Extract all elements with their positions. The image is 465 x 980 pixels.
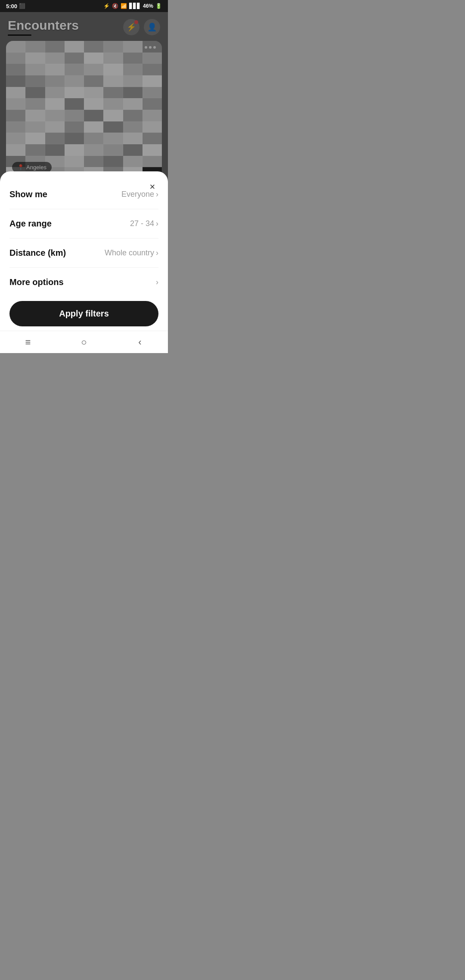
pixel-cell bbox=[65, 133, 84, 144]
pixel-cell bbox=[6, 144, 25, 156]
back-nav-button[interactable]: ‹ bbox=[127, 335, 153, 350]
menu-nav-button[interactable]: ≡ bbox=[15, 335, 41, 350]
pixel-cell bbox=[65, 121, 84, 133]
distance-row[interactable]: Distance (km) Whole country › bbox=[9, 239, 158, 268]
pixel-cell bbox=[25, 41, 45, 53]
pixel-cell bbox=[25, 53, 45, 64]
pixel-cell bbox=[123, 121, 143, 133]
pixel-cell bbox=[143, 144, 162, 156]
location-text: Angeles bbox=[26, 164, 46, 171]
pixel-cell bbox=[65, 87, 84, 99]
pixel-cell bbox=[6, 98, 25, 110]
pixel-cell bbox=[65, 64, 84, 75]
pixel-cell bbox=[123, 87, 143, 99]
pixel-cell bbox=[143, 75, 162, 87]
pixel-cell bbox=[84, 64, 103, 75]
age-range-chevron: › bbox=[156, 219, 158, 228]
profile-card: 📍 Angeles bbox=[6, 41, 162, 179]
pixel-cell bbox=[25, 133, 45, 144]
pixel-cell bbox=[103, 75, 123, 87]
pixel-cell bbox=[6, 87, 25, 99]
pixel-cell bbox=[45, 64, 65, 75]
pixel-cell bbox=[6, 53, 25, 64]
pixel-cell bbox=[84, 41, 103, 53]
pixel-cell bbox=[25, 75, 45, 87]
whole-page: 5:00 ⬛ ⚡ 🔇 📶 ▋▋▋ 46% 🔋 Encounters ⚡ bbox=[0, 0, 168, 353]
distance-chevron: › bbox=[156, 248, 158, 257]
pixel-cell bbox=[45, 110, 65, 121]
more-options-row[interactable]: More options › bbox=[9, 268, 158, 297]
title-underline bbox=[8, 34, 31, 36]
mute-icon: 🔇 bbox=[112, 3, 118, 9]
show-me-row[interactable]: Show me Everyone › bbox=[9, 180, 158, 209]
pixel-cell bbox=[103, 41, 123, 53]
pixel-cell bbox=[65, 144, 84, 156]
pixel-cell bbox=[84, 133, 103, 144]
dot3 bbox=[153, 46, 156, 49]
pixel-cell bbox=[25, 98, 45, 110]
pixel-cell bbox=[65, 156, 84, 167]
pixel-cell bbox=[103, 64, 123, 75]
pixel-cell bbox=[143, 121, 162, 133]
pixel-cell bbox=[6, 110, 25, 121]
profile-icon: 👤 bbox=[147, 22, 157, 32]
apply-filters-button[interactable]: Apply filters bbox=[9, 301, 158, 326]
home-nav-button[interactable]: ○ bbox=[71, 335, 97, 350]
pixel-cell bbox=[45, 53, 65, 64]
more-options-dots[interactable] bbox=[145, 46, 156, 49]
pixel-cell bbox=[6, 64, 25, 75]
pixel-cell bbox=[45, 75, 65, 87]
lightning-button[interactable]: ⚡ bbox=[123, 19, 140, 35]
pixel-cell bbox=[123, 75, 143, 87]
pixel-cell bbox=[45, 144, 65, 156]
pixel-cell bbox=[65, 41, 84, 53]
pixel-cell bbox=[45, 87, 65, 99]
filter-bottom-sheet: × Show me Everyone › Age range 27 - 34 › bbox=[0, 171, 168, 331]
pixel-cell bbox=[84, 98, 103, 110]
pixel-cell bbox=[143, 133, 162, 144]
pixel-cell bbox=[123, 64, 143, 75]
pixel-cell bbox=[25, 64, 45, 75]
pixel-cell bbox=[25, 121, 45, 133]
pixel-cell bbox=[103, 133, 123, 144]
dot2 bbox=[149, 46, 152, 49]
pixel-cell bbox=[123, 41, 143, 53]
more-options-label: More options bbox=[9, 277, 64, 287]
pixel-cell bbox=[103, 121, 123, 133]
pixel-cell bbox=[84, 75, 103, 87]
pixel-cell bbox=[84, 144, 103, 156]
pixel-cell bbox=[6, 41, 25, 53]
pixel-cell bbox=[123, 133, 143, 144]
pixel-cell bbox=[25, 144, 45, 156]
page-title: Encounters bbox=[8, 18, 79, 33]
pixel-cell bbox=[84, 87, 103, 99]
distance-label: Distance (km) bbox=[9, 248, 66, 258]
pixel-cell bbox=[143, 156, 162, 167]
profile-settings-button[interactable]: 👤 bbox=[144, 19, 160, 35]
pixel-cell bbox=[103, 53, 123, 64]
pixel-cell bbox=[45, 121, 65, 133]
pixel-cell bbox=[45, 133, 65, 144]
distance-value: Whole country › bbox=[105, 248, 158, 257]
battery-percent: 46% bbox=[143, 3, 153, 9]
pixel-cell bbox=[84, 110, 103, 121]
pixel-cell bbox=[123, 110, 143, 121]
pixel-cell bbox=[103, 110, 123, 121]
pixel-cell bbox=[123, 144, 143, 156]
pixel-cell bbox=[123, 156, 143, 167]
pixel-cell bbox=[143, 87, 162, 99]
pixel-cell bbox=[84, 121, 103, 133]
time: 5:00 bbox=[6, 3, 17, 9]
pixel-cell bbox=[123, 53, 143, 64]
pixel-cell bbox=[103, 156, 123, 167]
pixel-cell bbox=[84, 53, 103, 64]
pixel-cell bbox=[65, 98, 84, 110]
pixel-cell bbox=[6, 133, 25, 144]
status-bar: 5:00 ⬛ ⚡ 🔇 📶 ▋▋▋ 46% 🔋 bbox=[0, 0, 168, 12]
age-range-row[interactable]: Age range 27 - 34 › bbox=[9, 209, 158, 239]
bluetooth-icon: ⚡ bbox=[103, 3, 110, 9]
wifi-icon: 📶 bbox=[121, 3, 127, 9]
close-button[interactable]: × bbox=[145, 179, 160, 195]
age-range-value: 27 - 34 › bbox=[130, 219, 158, 228]
pixel-cell bbox=[65, 53, 84, 64]
